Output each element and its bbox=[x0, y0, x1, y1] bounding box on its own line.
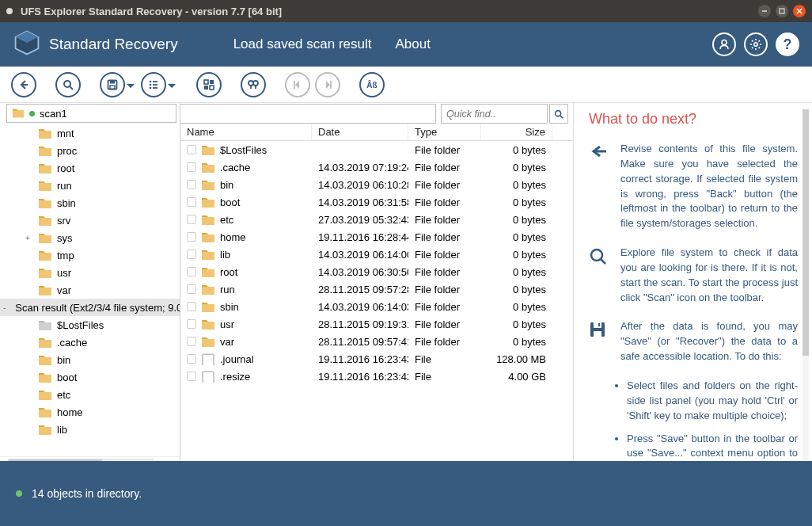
list-item[interactable]: bin14.03.2019 06:10:28File folder0 bytes bbox=[180, 176, 573, 193]
tree-item[interactable]: .cache bbox=[0, 334, 180, 351]
col-name[interactable]: Name bbox=[180, 124, 312, 140]
scan-button[interactable] bbox=[55, 72, 81, 97]
tree-item[interactable]: tmp bbox=[0, 246, 180, 264]
file-date: 28.11.2015 09:57:28 bbox=[312, 284, 408, 295]
tree-item[interactable]: etc bbox=[0, 386, 180, 403]
tree-item[interactable]: run bbox=[0, 177, 180, 194]
help-step-text: Explore file system to check if data you… bbox=[620, 246, 798, 305]
row-checkbox[interactable] bbox=[187, 372, 196, 381]
tree-item[interactable]: usr bbox=[0, 264, 180, 281]
menu-about[interactable]: About bbox=[396, 36, 431, 52]
help-vscrollbar[interactable] bbox=[803, 109, 809, 461]
file-type: File folder bbox=[408, 249, 481, 261]
list-item[interactable]: lib14.03.2019 06:14:00File folder0 bytes bbox=[180, 246, 573, 263]
row-checkbox[interactable] bbox=[187, 232, 196, 242]
mask-button[interactable] bbox=[196, 72, 222, 97]
quick-find-input[interactable] bbox=[441, 104, 548, 124]
tree-item[interactable]: root bbox=[0, 159, 180, 177]
help-step-scan: Explore file system to check if data you… bbox=[589, 246, 798, 305]
list-item[interactable]: boot14.03.2019 06:31:58File folder0 byte… bbox=[180, 193, 573, 211]
file-name: bin bbox=[220, 179, 233, 191]
list-item[interactable]: .journal19.11.2016 16:23:43File128.00 MB bbox=[180, 350, 573, 368]
svg-rect-41 bbox=[594, 331, 601, 337]
row-checkbox[interactable] bbox=[187, 302, 196, 311]
row-checkbox[interactable] bbox=[187, 250, 196, 259]
row-checkbox[interactable] bbox=[187, 162, 196, 172]
tree-item[interactable]: home bbox=[0, 403, 180, 421]
find-button[interactable] bbox=[241, 72, 266, 97]
tree-item-label: lib bbox=[57, 424, 67, 436]
folder-icon bbox=[38, 215, 52, 227]
folder-icon bbox=[201, 179, 215, 191]
tree-item-label: home bbox=[57, 406, 83, 418]
row-checkbox[interactable] bbox=[187, 319, 196, 329]
list-item[interactable]: $LostFilesFile folder0 bytes bbox=[180, 141, 573, 158]
list-item[interactable]: run28.11.2015 09:57:28File folder0 bytes bbox=[180, 280, 573, 298]
svg-rect-1 bbox=[780, 9, 784, 13]
list-header[interactable]: Name Date Type Size bbox=[180, 124, 573, 141]
row-checkbox[interactable] bbox=[187, 215, 196, 224]
tree-item[interactable]: boot bbox=[0, 368, 180, 386]
settings-button[interactable] bbox=[744, 32, 768, 56]
tree-item[interactable]: var bbox=[0, 281, 180, 299]
path-bar-extension[interactable] bbox=[180, 104, 436, 124]
app-indicator-icon bbox=[6, 8, 13, 14]
list-item[interactable]: home19.11.2016 16:28:44File folder0 byte… bbox=[180, 228, 573, 246]
tree-item-label: boot bbox=[57, 372, 77, 383]
file-date: 28.11.2015 09:57:41 bbox=[312, 336, 408, 348]
quick-find-button[interactable] bbox=[549, 104, 568, 124]
maximize-button[interactable] bbox=[776, 5, 788, 17]
file-name: var bbox=[220, 336, 234, 348]
list-item[interactable]: .cache14.03.2019 07:19:24File folder0 by… bbox=[180, 158, 573, 176]
close-button[interactable] bbox=[793, 5, 806, 17]
help-button[interactable]: ? bbox=[776, 32, 799, 56]
col-type[interactable]: Type bbox=[408, 124, 481, 140]
menu-load-scan[interactable]: Load saved scan result bbox=[233, 36, 372, 52]
list-item[interactable]: sbin14.03.2019 06:14:03File folder0 byte… bbox=[180, 298, 573, 315]
account-button[interactable] bbox=[712, 32, 736, 56]
col-date[interactable]: Date bbox=[312, 124, 408, 140]
file-date: 14.03.2019 07:19:24 bbox=[312, 162, 408, 173]
save-button[interactable] bbox=[100, 72, 125, 97]
row-checkbox[interactable] bbox=[187, 354, 196, 364]
tree-item[interactable]: lib bbox=[0, 421, 180, 438]
tree-list[interactable]: mntprocrootrunsbinsrv+systmpusrvar-Scan … bbox=[0, 123, 180, 456]
svg-line-38 bbox=[601, 259, 605, 264]
tree-item[interactable]: +sys bbox=[0, 229, 180, 246]
file-date: 14.03.2019 06:31:58 bbox=[312, 196, 408, 208]
list-item[interactable]: var28.11.2015 09:57:41File folder0 bytes bbox=[180, 333, 573, 350]
list-item[interactable]: .resize19.11.2016 16:23:42File4.00 GB bbox=[180, 368, 573, 385]
list-view-button[interactable] bbox=[141, 72, 166, 97]
tree-item[interactable]: mnt bbox=[0, 124, 180, 142]
file-list[interactable]: $LostFilesFile folder0 bytes.cache14.03.… bbox=[180, 141, 573, 467]
path-bar[interactable]: scan1 bbox=[6, 104, 176, 123]
tree-item[interactable]: sbin bbox=[0, 194, 180, 212]
help-pane: What to do next? Revise contents of this… bbox=[578, 103, 812, 467]
row-checkbox[interactable] bbox=[187, 197, 196, 207]
row-checkbox[interactable] bbox=[187, 180, 196, 189]
list-item[interactable]: etc27.03.2019 05:32:43File folder0 bytes bbox=[180, 211, 573, 228]
back-button[interactable] bbox=[11, 72, 36, 97]
file-icon bbox=[201, 353, 215, 365]
find-next-button[interactable] bbox=[315, 72, 340, 97]
row-checkbox[interactable] bbox=[187, 267, 196, 276]
file-date: 19.11.2016 16:23:42 bbox=[312, 371, 408, 383]
main-menu: Load saved scan result About bbox=[233, 36, 431, 52]
tree-item[interactable]: $LostFiles bbox=[0, 316, 180, 334]
row-checkbox[interactable] bbox=[187, 145, 196, 154]
minimize-button[interactable] bbox=[758, 5, 771, 17]
row-checkbox[interactable] bbox=[187, 337, 196, 346]
svg-point-16 bbox=[150, 86, 152, 89]
file-name: run bbox=[220, 284, 235, 295]
col-size[interactable]: Size bbox=[481, 124, 552, 140]
tree-scan-result[interactable]: -Scan result (Ext2/3/4 file system; 9.0 bbox=[0, 299, 180, 316]
find-prev-button[interactable] bbox=[285, 72, 310, 97]
row-checkbox[interactable] bbox=[187, 284, 196, 294]
encoding-button[interactable]: Âß bbox=[359, 72, 385, 97]
tree-item[interactable]: bin bbox=[0, 351, 180, 368]
tree-item[interactable]: srv bbox=[0, 212, 180, 229]
tree-item-label: etc bbox=[57, 389, 70, 401]
tree-item[interactable]: proc bbox=[0, 142, 180, 159]
list-item[interactable]: usr28.11.2015 09:19:31File folder0 bytes bbox=[180, 315, 573, 333]
list-item[interactable]: root14.03.2019 06:30:50File folder0 byte… bbox=[180, 263, 573, 280]
